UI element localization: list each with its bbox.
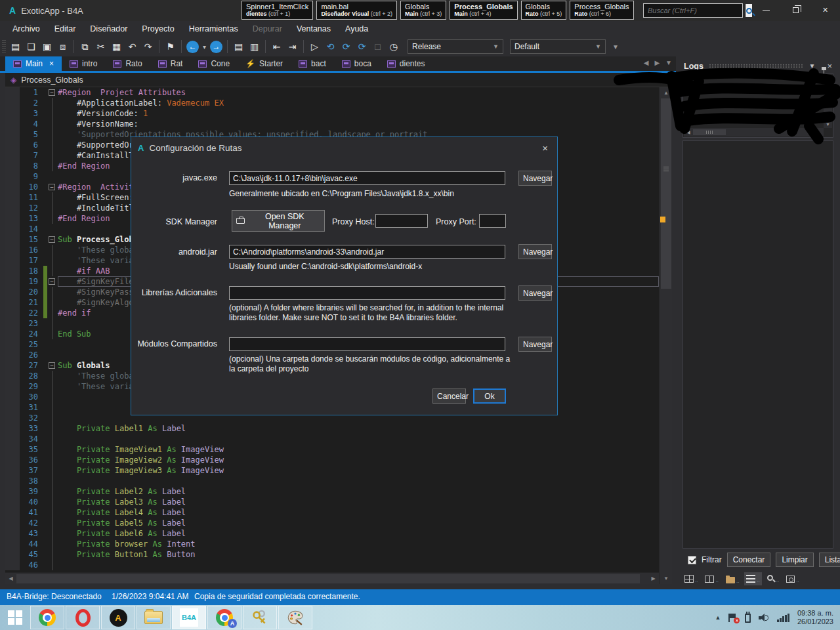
designer-tab-icon[interactable]: ..: [682, 572, 700, 585]
explorer-icon[interactable]: [136, 606, 171, 629]
toolbar-overflow-icon[interactable]: ▼: [612, 43, 619, 51]
tray-expand-icon[interactable]: ▲: [715, 614, 721, 621]
javac-browse-button[interactable]: Navegar: [518, 171, 552, 186]
taskbar-clock[interactable]: 09:38 a. m. 26/01/2023: [797, 609, 833, 626]
dialog-close-button[interactable]: ×: [539, 142, 551, 154]
scrollbar-thumb[interactable]: [693, 129, 726, 135]
proxy-port-input[interactable]: [479, 214, 506, 228]
navigate-forward-icon[interactable]: →: [210, 41, 222, 53]
scrollbar-thumb[interactable]: [661, 98, 671, 289]
clear-button[interactable]: Limpiar: [776, 553, 813, 567]
search-input[interactable]: [644, 4, 746, 17]
quick-tab-3[interactable]: GlobalsMain (ctrl + 3): [400, 1, 446, 20]
editor-vertical-scrollbar[interactable]: ▲ ▼: [659, 87, 672, 584]
menu-herramientas[interactable]: Herramientas: [182, 22, 245, 35]
tab-starter[interactable]: ⚡Starter: [238, 56, 291, 71]
scroll-down-icon[interactable]: ▼: [660, 574, 673, 583]
keys-icon[interactable]: [243, 606, 277, 629]
filter-checkbox[interactable]: [688, 556, 696, 564]
open-icon[interactable]: ❏: [24, 39, 39, 54]
shared-modules-input[interactable]: [229, 337, 505, 351]
compile-icon[interactable]: ⟳: [339, 39, 354, 54]
close-button[interactable]: ×: [810, 0, 840, 20]
dialog-title-bar[interactable]: A Configuración de Rutas ×: [131, 137, 557, 158]
scroll-up-icon[interactable]: ▲: [824, 75, 832, 82]
next-sub-icon[interactable]: ⇥: [285, 39, 300, 54]
paste-icon[interactable]: ▦: [109, 39, 124, 54]
opera-icon[interactable]: [66, 606, 100, 629]
undo-icon[interactable]: ↶: [125, 39, 140, 54]
comment-icon[interactable]: ▤: [231, 39, 246, 54]
proxy-host-input[interactable]: [375, 214, 428, 228]
tab-main[interactable]: Main×: [5, 56, 62, 71]
logs-tab-icon[interactable]: ..: [744, 572, 761, 585]
menu-proyecto[interactable]: Proyecto: [135, 22, 181, 35]
run-icon[interactable]: ▷: [307, 39, 322, 54]
android-jar-browse-button[interactable]: Navegar: [518, 244, 552, 259]
scroll-right-icon[interactable]: ▶: [648, 573, 658, 585]
panel-close-icon[interactable]: ×: [827, 61, 832, 71]
profile-dropdown[interactable]: Default ▼: [510, 39, 606, 54]
save-icon[interactable]: ▣: [39, 39, 54, 54]
logs-horizontal-scrollbar[interactable]: ◀: [684, 128, 824, 136]
menu-archivo[interactable]: Archivo: [5, 22, 47, 35]
open-sdk-manager-button[interactable]: Open SDK Manager: [232, 210, 325, 232]
panel-drag-handle[interactable]: [709, 64, 803, 68]
tab-scroll-left-icon[interactable]: ◀: [644, 59, 649, 66]
javac-path-input[interactable]: [229, 171, 505, 185]
files-tab-icon[interactable]: ..: [724, 572, 741, 586]
minimize-button[interactable]: [751, 0, 781, 20]
additional-libraries-input[interactable]: [229, 286, 505, 300]
tab-scroll-right-icon[interactable]: ▶: [654, 59, 660, 66]
modules-icon[interactable]: ⧈: [55, 39, 70, 54]
tab-cone[interactable]: Cone: [190, 56, 238, 71]
tab-rat[interactable]: Rat: [150, 56, 191, 71]
toolbar-grip[interactable]: [2, 40, 6, 53]
fold-icon[interactable]: −: [49, 278, 55, 285]
quick-tab-4[interactable]: Process_GlobalsMain (ctrl + 4): [450, 1, 517, 20]
menu-editar[interactable]: Editar: [47, 22, 83, 35]
copy-icon[interactable]: ⧉: [77, 39, 93, 54]
debug-icon[interactable]: ⟲: [323, 39, 338, 54]
quick-tab-5[interactable]: GlobalsRato (ctrl + 5): [521, 1, 567, 20]
tab-dientes[interactable]: dientes: [379, 56, 433, 71]
persistent-list-button[interactable]: Lista Pe: [819, 553, 840, 567]
cancel-button[interactable]: Cancelar: [432, 388, 466, 404]
uncomment-icon[interactable]: ▥: [247, 39, 262, 54]
new-icon[interactable]: ▤: [8, 39, 23, 54]
start-button[interactable]: [0, 605, 30, 630]
scrollbar-thumb[interactable]: [16, 574, 640, 583]
fold-icon[interactable]: −: [49, 236, 55, 243]
search-box[interactable]: [643, 3, 743, 18]
scroll-up-icon[interactable]: ▲: [660, 88, 673, 98]
b4a-icon[interactable]: B4A: [172, 606, 206, 629]
quick-tab-6[interactable]: Process_GlobalsRato (ctrl + 6): [570, 1, 633, 20]
logs-output-box[interactable]: ▲ ▼ ◀: [682, 74, 833, 138]
paint-icon[interactable]: [278, 606, 312, 629]
scroll-left-icon[interactable]: ◀: [684, 128, 692, 136]
bookmark-icon[interactable]: ⚑: [163, 39, 178, 54]
quick-tab-2[interactable]: main.balDiseñador Visual (ctrl + 2): [316, 1, 397, 20]
help-tab-icon[interactable]: ..: [703, 573, 720, 585]
rebuild-icon[interactable]: ⟳: [354, 39, 369, 54]
tab-bact[interactable]: bact: [291, 56, 334, 71]
navigate-back-dropdown-icon[interactable]: ▾: [201, 39, 208, 54]
shared-modules-browse-button[interactable]: Navegar: [518, 337, 552, 352]
logs-vertical-scrollbar[interactable]: ▲ ▼: [824, 75, 832, 128]
fold-icon[interactable]: −: [49, 184, 55, 190]
close-tab-icon[interactable]: ×: [49, 59, 54, 68]
tray-volume-icon[interactable]: [759, 614, 769, 622]
scroll-down-icon[interactable]: ▼: [824, 121, 832, 128]
search-tab-icon[interactable]: ..: [765, 572, 781, 585]
tab-rato[interactable]: Rato: [105, 56, 150, 71]
tab-intro[interactable]: intro: [62, 56, 105, 71]
connect-button[interactable]: Conectar: [727, 553, 771, 567]
tab-boca[interactable]: boca: [334, 56, 379, 71]
quick-tab-1[interactable]: Spinner1_ItemClickdientes (ctrl + 1): [242, 1, 313, 20]
navigate-back-icon[interactable]: ←: [186, 41, 199, 53]
restore-button[interactable]: [781, 0, 810, 20]
ok-button[interactable]: Ok: [473, 388, 506, 404]
android-jar-input[interactable]: [229, 245, 505, 259]
menu-ventanas[interactable]: Ventanas: [289, 22, 338, 35]
redo-icon[interactable]: ↷: [140, 39, 156, 54]
